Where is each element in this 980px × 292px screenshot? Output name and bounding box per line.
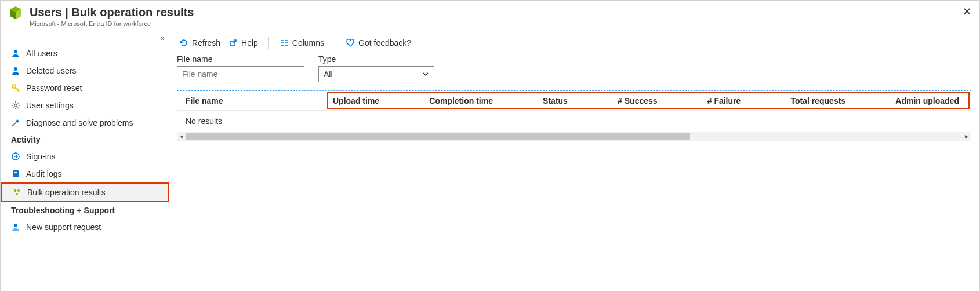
sidebar-item-audit-logs[interactable]: Audit logs <box>1 165 169 183</box>
toolbar: Refresh Help Columns Got feedback <box>169 31 979 54</box>
tools-icon <box>11 118 20 127</box>
svg-rect-18 <box>14 174 17 174</box>
type-select-value: All <box>324 70 333 79</box>
collapse-sidebar-icon[interactable]: « <box>160 34 164 42</box>
page-title: Users | Bulk operation results <box>30 5 194 19</box>
sidebar-item-password-reset[interactable]: Password reset <box>1 79 169 97</box>
separator <box>335 37 335 49</box>
svg-line-13 <box>13 108 14 109</box>
sidebar-item-bulk-results[interactable]: Bulk operation results <box>1 183 169 202</box>
filename-input[interactable] <box>177 66 304 82</box>
sidebar-item-label: Deleted users <box>26 66 76 75</box>
column-header[interactable]: Completion time <box>423 96 499 105</box>
feedback-label: Got feedback? <box>358 38 411 48</box>
scroll-right-icon[interactable]: ► <box>963 133 971 140</box>
sidebar-heading-troubleshoot: Troubleshooting + Support <box>1 202 169 218</box>
key-icon <box>11 83 20 93</box>
column-header[interactable]: Total requests <box>785 96 851 105</box>
person-icon <box>11 49 20 58</box>
columns-icon <box>280 38 289 48</box>
columns-button[interactable]: Columns <box>277 37 326 49</box>
sidebar-item-label: Bulk operation results <box>27 188 106 197</box>
sidebar-item-label: Sign-ins <box>26 152 56 161</box>
separator <box>268 37 269 49</box>
refresh-icon <box>179 38 188 48</box>
sidebar-item-deleted-users[interactable]: Deleted users <box>1 62 169 79</box>
column-header[interactable]: File name <box>177 96 327 105</box>
filter-bar: File name Type All <box>169 54 979 87</box>
filename-filter-label: File name <box>177 54 304 64</box>
sidebar-item-all-users[interactable]: All users <box>1 45 169 62</box>
page-subtitle: Microsoft - Microsoft Entra ID for workf… <box>30 20 194 27</box>
svg-point-3 <box>14 50 17 53</box>
sidebar: « All users Deleted users Password reset <box>1 31 169 291</box>
svg-point-19 <box>14 189 16 192</box>
svg-line-12 <box>18 108 19 109</box>
sidebar-item-sign-ins[interactable]: Sign-ins <box>1 148 169 165</box>
column-header[interactable]: # Success <box>612 96 663 105</box>
heart-icon <box>346 38 355 48</box>
feedback-button[interactable]: Got feedback? <box>343 37 413 49</box>
external-link-icon <box>228 38 238 48</box>
svg-point-6 <box>14 104 17 107</box>
help-button[interactable]: Help <box>226 37 260 49</box>
svg-line-11 <box>13 103 14 104</box>
support-icon <box>11 222 20 232</box>
table-header: File name Upload time Completion time St… <box>177 91 971 111</box>
svg-point-22 <box>14 224 17 227</box>
scrollbar-thumb[interactable] <box>186 133 690 140</box>
close-icon[interactable]: ✕ <box>963 6 971 17</box>
sidebar-item-diagnose[interactable]: Diagnose and solve problems <box>1 114 169 132</box>
column-header[interactable]: Admin uploaded <box>890 96 965 105</box>
svg-rect-17 <box>14 172 17 173</box>
sidebar-item-label: All users <box>26 49 57 58</box>
column-header[interactable]: # Failure <box>702 96 747 105</box>
svg-line-14 <box>18 103 19 104</box>
sidebar-item-label: Diagnose and solve problems <box>26 118 133 127</box>
results-table: File name Upload time Completion time St… <box>177 90 971 141</box>
sidebar-item-user-settings[interactable]: User settings <box>1 97 169 114</box>
svg-point-21 <box>16 193 18 195</box>
sidebar-item-label: Audit logs <box>26 169 61 178</box>
column-header[interactable]: Upload time <box>327 96 385 105</box>
refresh-button[interactable]: Refresh <box>177 37 223 49</box>
horizontal-scrollbar[interactable]: ◄ ► <box>177 132 971 141</box>
person-icon <box>11 66 20 75</box>
sidebar-item-label: New support request <box>26 222 101 232</box>
main-content: Refresh Help Columns Got feedback <box>169 31 979 291</box>
svg-point-4 <box>14 67 17 71</box>
no-results-text: No results <box>177 111 971 132</box>
scroll-left-icon[interactable]: ◄ <box>177 133 186 140</box>
type-filter-label: Type <box>318 54 434 64</box>
sidebar-heading-activity: Activity <box>1 132 169 148</box>
refresh-label: Refresh <box>192 38 220 48</box>
product-logo-icon <box>8 5 24 21</box>
chevron-down-icon <box>422 71 429 78</box>
log-icon <box>11 169 20 178</box>
type-select[interactable]: All <box>318 66 434 82</box>
sidebar-item-label: User settings <box>26 101 74 110</box>
sidebar-item-label: Password reset <box>26 83 82 93</box>
help-label: Help <box>241 38 258 48</box>
column-header[interactable]: Status <box>537 96 574 105</box>
page-header: Users | Bulk operation results Microsoft… <box>1 1 979 31</box>
sidebar-item-support[interactable]: New support request <box>1 218 169 236</box>
signin-icon <box>11 152 20 161</box>
bulk-icon <box>12 188 21 197</box>
svg-point-20 <box>17 189 20 192</box>
gear-icon <box>11 101 20 110</box>
columns-label: Columns <box>292 38 324 48</box>
